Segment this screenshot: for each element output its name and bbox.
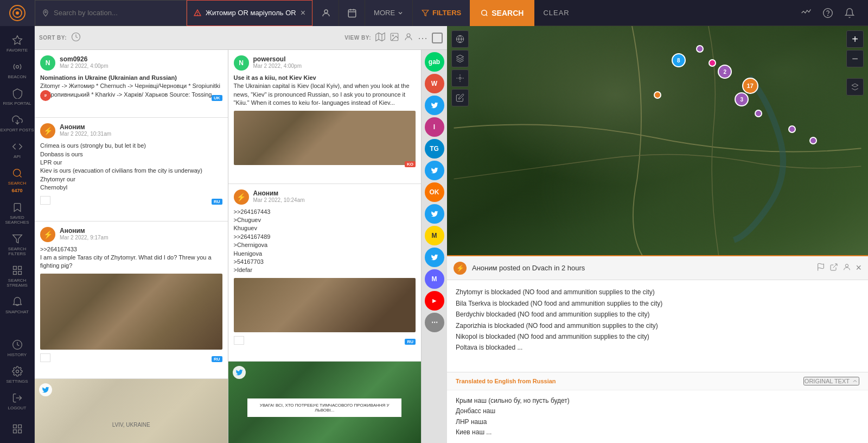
map-marker-cluster-8[interactable]: 8 — [672, 53, 686, 67]
view-image-button[interactable] — [390, 32, 399, 43]
map-marker-cluster-17[interactable]: 17 — [742, 78, 758, 94]
source-youtube-button[interactable]: ▶ — [425, 291, 444, 311]
sidebar-item-search[interactable]: search 6470 — [0, 163, 34, 198]
notifications-button[interactable] — [840, 3, 859, 23]
location-search-box[interactable] — [35, 0, 187, 26]
map-layers-button[interactable] — [451, 50, 469, 67]
post-card[interactable]: N som0926 Mar 2 2022, 4:00pm Nominations… — [35, 50, 228, 118]
map-location-button[interactable] — [451, 69, 469, 87]
post-card[interactable]: ⚡ Аноним Mar 2 2022, 10:31am Crimea is o… — [35, 118, 228, 221]
dots-icon: ⋯ — [418, 33, 427, 43]
view-person-button[interactable] — [404, 32, 413, 43]
sort-time-button[interactable] — [71, 32, 81, 43]
sidebar-item-search-filters[interactable]: SEARCH FILTERS — [0, 229, 34, 261]
sidebar-item-risk-portal[interactable]: RISK PORTAL — [0, 84, 34, 110]
source-ok-button[interactable]: OK — [425, 182, 444, 202]
search-count: 6470 — [11, 188, 22, 193]
post-card[interactable]: N powersoul Mar 2 2022, 4:00pm Use it as… — [228, 50, 422, 184]
satellite-map-bg: 8 2 17 3 — [447, 26, 868, 255]
filters-button[interactable]: FILTERS — [412, 0, 470, 26]
ghost-icon — [12, 296, 23, 307]
sidebar-item-saved-searches[interactable]: SAVED SEARCHES — [0, 198, 34, 229]
sidebar-item-history[interactable]: HISTORY — [0, 335, 34, 362]
map-satellite-area[interactable]: 8 2 17 3 — [447, 26, 868, 255]
svg-point-39 — [407, 34, 410, 37]
post-card[interactable]: УВАГА! ВСІ, ХТО ПОТРЕБУЄ ТИМЧАСОВОГО ПРО… — [228, 362, 422, 443]
search-streams-label: SEARCH STREAMS — [0, 278, 34, 288]
source-twitter4-button[interactable] — [425, 248, 444, 267]
map-marker-cluster-2[interactable]: 2 — [718, 65, 732, 79]
svg-rect-23 — [18, 267, 21, 270]
sidebar-item-snapchat[interactable]: SNAPCHAT — [0, 292, 34, 319]
search-button[interactable]: SEARCH — [470, 0, 534, 26]
bell-icon — [844, 8, 855, 18]
map-zoom-out-button[interactable]: − — [846, 50, 864, 67]
source-twitter3-button[interactable] — [425, 204, 444, 224]
post-username: Аноним — [253, 189, 416, 197]
person-filter-button[interactable] — [312, 0, 339, 26]
map-marker-dot-purple3[interactable] — [809, 137, 817, 144]
external-link-icon — [829, 263, 838, 271]
svg-point-27 — [16, 370, 18, 373]
gab-label: gab — [429, 58, 440, 66]
post-profile-button[interactable] — [843, 262, 851, 274]
source-minds-button[interactable]: M — [425, 226, 444, 245]
post-flag-action-button[interactable] — [816, 262, 825, 274]
map-zoom-in-button[interactable]: + — [846, 30, 864, 48]
post-flag-button[interactable]: 🏳 — [234, 336, 244, 345]
map-globe-button[interactable] — [451, 30, 469, 48]
post-card[interactable]: LVIV, UKRAINE — [35, 379, 228, 443]
source-instagram-button[interactable]: I — [425, 117, 444, 137]
post-avatar: ⚡ — [234, 189, 249, 205]
help-icon — [822, 8, 833, 18]
post-external-link-button[interactable] — [829, 262, 838, 274]
view-map-button[interactable] — [375, 32, 385, 43]
beacon-label: BEACON — [8, 74, 27, 79]
source-twitter2-button[interactable] — [425, 161, 444, 180]
sidebar-item-logout[interactable]: LOGOUT — [0, 388, 34, 415]
search-tag-close[interactable]: × — [301, 8, 305, 18]
svg-marker-42 — [456, 55, 463, 59]
map-marker-dot-purple2[interactable] — [788, 125, 796, 133]
twitter3-icon — [431, 210, 438, 218]
sidebar-item-export-posts[interactable]: EXPORT POSTS — [0, 110, 34, 137]
post-card[interactable]: ⚡ Аноним Mar 2 2022, 9:17am >>264167433 … — [35, 221, 228, 379]
help-button[interactable] — [818, 3, 838, 23]
map-layers-switch-button[interactable] — [846, 78, 864, 96]
select-all-checkbox[interactable] — [432, 33, 443, 43]
sidebar-item-search-streams[interactable]: SEARCH STREAMS — [0, 261, 34, 292]
map-marker-dot-orange[interactable] — [654, 91, 661, 99]
post-close-button[interactable]: × — [856, 262, 861, 274]
sidebar-item-beacon[interactable]: BEACON — [0, 57, 34, 84]
feed-panel: SORT BY: VIEW BY: ⋯ — [35, 26, 447, 443]
post-card[interactable]: ⚡ Аноним Mar 2 2022, 10:24am >>264167443… — [228, 184, 422, 362]
source-gab-button[interactable]: gab — [425, 52, 444, 72]
map-marker-dot-vk[interactable] — [696, 45, 704, 53]
source-weibo-button[interactable]: W — [425, 74, 444, 93]
signal-icon-button[interactable] — [796, 3, 816, 23]
original-text-button[interactable]: ORIGINAL TEXT — [803, 377, 859, 385]
source-mastodon-button[interactable]: M — [425, 269, 444, 289]
map-edit-button[interactable] — [451, 89, 469, 106]
person-view-icon — [404, 32, 413, 42]
calendar-button[interactable] — [339, 0, 365, 26]
location-search-input[interactable] — [54, 9, 162, 17]
left-sidebar: FAVORITE BEACON RISK PORTAL EXPORT POSTS… — [0, 26, 35, 443]
sidebar-item-api[interactable]: API — [0, 137, 34, 163]
map-marker-dot-purple[interactable] — [755, 110, 762, 117]
sidebar-item-settings[interactable]: SETTINGS — [0, 362, 34, 388]
sidebar-item-favorite[interactable]: FAVORITE — [0, 30, 34, 57]
post-content: >>264167443 >Chuguev Khuguev >>264167489… — [234, 208, 416, 275]
source-telegram-button[interactable]: TG — [425, 139, 444, 159]
post-flag-button[interactable]: 🏳 — [40, 353, 50, 362]
map-marker-cluster-3[interactable]: 3 — [735, 92, 749, 106]
source-more-button[interactable]: ⋯ — [425, 313, 444, 332]
view-more-button[interactable]: ⋯ — [418, 32, 427, 44]
source-twitter1-button[interactable] — [425, 96, 444, 115]
svg-line-13 — [486, 14, 488, 16]
post-flag-button[interactable]: 🏳 — [40, 196, 50, 205]
more-button[interactable]: MORE — [365, 0, 412, 26]
clear-button[interactable]: CLEAR — [534, 0, 578, 26]
sidebar-item-grid[interactable] — [0, 419, 34, 439]
map-marker-dot-pink[interactable] — [709, 59, 716, 67]
